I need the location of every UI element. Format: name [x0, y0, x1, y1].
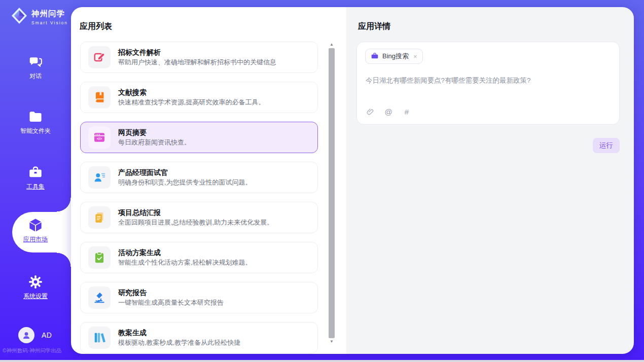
app-card-title: 招标文件解析: [118, 48, 276, 57]
main-content: 应用列表 招标文件解析 帮助用户快速、准确地理解和解析招标书中的关键信息 文献搜…: [71, 7, 634, 354]
sidebar-item-label: 工具集: [26, 183, 45, 191]
app-card-title: 教案生成: [118, 328, 240, 337]
app-card-description: 快速精准查找学术资源,提高研究效率的必备工具。: [118, 98, 265, 107]
brand-diamond-icon: [11, 7, 27, 26]
user-account[interactable]: AD: [18, 327, 52, 343]
chat-icon: [0, 54, 71, 70]
hash-icon[interactable]: #: [402, 107, 411, 116]
sidebar-item-app-market[interactable]: 应用市场: [0, 217, 71, 244]
avatar: [18, 327, 34, 343]
app-window: 神州问学 Smart Vision 对话 智能文件夹 工具: [0, 0, 644, 362]
toolbox-icon: [0, 164, 71, 180]
sidebar-item-label: 对话: [29, 72, 42, 81]
brand-tagline: Smart Vision: [31, 20, 68, 25]
app-card-description: 明确身份和职责,为您提供专业性的面试问题。: [118, 178, 252, 187]
scrollbar-thumb[interactable]: [329, 48, 335, 338]
close-icon[interactable]: ×: [413, 53, 417, 60]
scrollbar-up-arrow[interactable]: ▲: [328, 42, 335, 48]
app-card-title: 网页摘要: [118, 128, 191, 137]
paperclip-icon[interactable]: [366, 107, 375, 116]
gear-icon: [0, 274, 71, 290]
sidebar-item-label: 智能文件夹: [20, 127, 51, 135]
mention-icon[interactable]: @: [384, 107, 393, 116]
app-card-title: 产品经理面试官: [118, 168, 252, 177]
app-detail-title: 应用详情: [358, 21, 390, 32]
folder-icon: [0, 108, 71, 125]
scrollbar-down-arrow[interactable]: ▼: [328, 339, 335, 345]
app-list-title: 应用列表: [80, 21, 112, 32]
app-card-title: 活动方案生成: [118, 248, 252, 257]
active-tab-flare-bottom: [57, 252, 71, 267]
app-list-scrollbar[interactable]: ▲ ▼: [328, 42, 335, 345]
app-card[interactable]: 活动方案生成 智能生成个性化活动方案,轻松解决规划难题。: [80, 242, 318, 273]
window-bottom-edge: [0, 360, 644, 362]
pen-square-icon: [88, 46, 111, 68]
app-list: 招标文件解析 帮助用户快速、准确地理解和解析招标书中的关键信息 文献搜索 快速精…: [80, 42, 318, 354]
sidebar-item-label: 应用市场: [23, 235, 48, 244]
sidebar-item-label: 系统设置: [23, 292, 48, 301]
brand-name: 神州问学: [31, 9, 68, 19]
tool-chip-bing-search[interactable]: Bing搜索 ×: [365, 49, 423, 64]
app-card[interactable]: </> 网页摘要 每日政府新闻资讯快查。: [80, 122, 318, 153]
sidebar-item-smart-folders[interactable]: 智能文件夹: [0, 108, 71, 135]
tool-chip-label: Bing搜索: [382, 52, 409, 61]
app-card-description: 每日政府新闻资讯快查。: [118, 138, 191, 147]
app-card[interactable]: 招标文件解析 帮助用户快速、准确地理解和解析招标书中的关键信息: [80, 42, 318, 73]
app-list-panel: 应用列表 招标文件解析 帮助用户快速、准确地理解和解析招标书中的关键信息 文献搜…: [71, 7, 346, 354]
sidebar-item-toolset[interactable]: 工具集: [0, 164, 71, 191]
app-card-description: 全面回顾项目进展,总结经验教训,助力未来优化发展。: [118, 218, 273, 227]
book-icon: [88, 86, 111, 108]
microscope-icon: [88, 286, 111, 309]
app-card-description: 帮助用户快速、准确地理解和解析招标书中的关键信息: [118, 58, 276, 67]
app-card[interactable]: 文献搜索 快速精准查找学术资源,提高研究效率的必备工具。: [80, 82, 318, 113]
composer-toolbar: @ #: [366, 107, 411, 116]
app-card-title: 项目总结汇报: [118, 208, 273, 217]
report-papers-icon: [88, 206, 111, 229]
prompt-input[interactable]: 今日湖北有哪些新闻要点?有哪些需要关注的最新政策?: [366, 76, 607, 86]
app-card-description: 一键智能生成高质量长文本研究报告: [118, 298, 224, 307]
prompt-card: Bing搜索 × 今日湖北有哪些新闻要点?有哪些需要关注的最新政策? @ #: [356, 42, 620, 125]
books-icon: [88, 327, 111, 349]
svg-text:</>: </>: [97, 137, 102, 140]
active-tab-flare-top: [57, 198, 71, 212]
copyright-text: ©神州数码·神州问学出品: [3, 347, 61, 354]
interviewer-icon: [88, 166, 111, 189]
sidebar-item-chat[interactable]: 对话: [0, 54, 71, 81]
sidebar-item-settings[interactable]: 系统设置: [0, 274, 71, 301]
cube-icon: [0, 217, 71, 233]
app-card-description: 智能生成个性化活动方案,轻松解决规划难题。: [118, 258, 252, 267]
app-detail-panel: 应用详情 Bing搜索 × 今日湖北有哪些新闻要点?有哪些需要关注的最新政策?: [346, 7, 634, 354]
app-card-title: 研究报告: [118, 288, 224, 297]
app-card[interactable]: 研究报告 一键智能生成高质量长文本研究报告: [80, 282, 318, 313]
browser-code-icon: </>: [88, 126, 111, 149]
user-initials: AD: [42, 331, 52, 339]
brand-logo: 神州问学 Smart Vision: [11, 7, 68, 26]
briefcase-icon: [371, 52, 379, 61]
run-button[interactable]: 运行: [593, 138, 620, 153]
app-card[interactable]: 项目总结汇报 全面回顾项目进展,总结经验教训,助力未来优化发展。: [80, 202, 318, 233]
app-card-title: 文献搜索: [118, 88, 265, 97]
app-card[interactable]: 教案生成 模板驱动,教案秒成,教学准备从此轻松快捷: [80, 322, 318, 353]
clipboard-check-icon: [88, 246, 111, 269]
app-card-description: 模板驱动,教案秒成,教学准备从此轻松快捷: [118, 338, 240, 347]
app-card[interactable]: 产品经理面试官 明确身份和职责,为您提供专业性的面试问题。: [80, 162, 318, 193]
